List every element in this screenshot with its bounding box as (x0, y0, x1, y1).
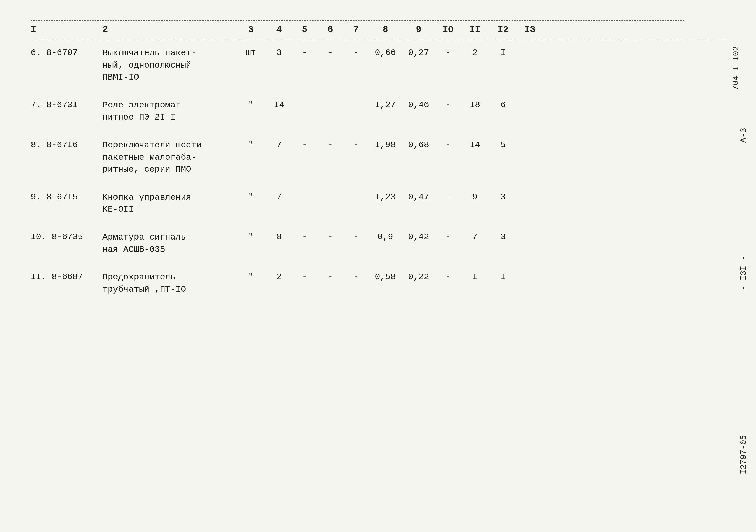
side-label-2: А-3 (739, 128, 748, 143)
row-6-col6: - (317, 47, 343, 59)
row-7-col4: I4 (266, 99, 292, 111)
row-11-col9: 0,22 (402, 271, 435, 283)
row-11-col6: - (317, 271, 343, 283)
row-7-col3: " (235, 99, 266, 111)
col-header-6: 6 (317, 25, 343, 35)
row-10-col11: 7 (461, 231, 489, 243)
table-body: 6. 8-6707 Выключатель пакет- ный, однопо… (31, 40, 725, 304)
row-10-col6: - (317, 231, 343, 243)
row-8-col5: - (292, 139, 317, 151)
row-10-col12: 3 (489, 231, 517, 243)
row-6-col3: шт (235, 47, 266, 59)
row-11-col12: I (489, 271, 517, 283)
table-row: 7. 8-673I Реле электромаг- нитное ПЭ-2I-… (31, 92, 705, 132)
column-header-row: I 2 3 4 5 6 7 8 9 IO II I2 I3 (31, 22, 725, 40)
row-8-name: Переключатели шести- пакетные малогаба- … (102, 139, 235, 176)
col-header-7: 7 (343, 25, 369, 35)
row-8-num-code: 8. 8-67I6 (31, 139, 102, 151)
side-label-1: 704-I-I02 (731, 46, 741, 90)
row-11-col11: I (461, 271, 489, 283)
top-dashed-line (31, 20, 684, 21)
row-7-col12: 6 (489, 99, 517, 111)
row-11-name: Предохранитель трубчатый ,ПТ-IO (102, 271, 235, 296)
row-6-col8: 0,66 (369, 47, 402, 59)
row-6-col12: I (489, 47, 517, 59)
row-8-col8: I,98 (369, 139, 402, 151)
row-11-num-code: II. 8-6687 (31, 271, 102, 283)
table-row: 9. 8-67I5 Кнопка управления КЕ-OII " 7 I… (31, 184, 705, 224)
page: I 2 3 4 5 6 7 8 9 IO II I2 I3 6. 8-6707 … (0, 0, 756, 532)
row-11-col4: 2 (266, 271, 292, 283)
row-8-col12: 5 (489, 139, 517, 151)
row-10-col4: 8 (266, 231, 292, 243)
col-header-5: 5 (292, 25, 317, 35)
row-8-col6: - (317, 139, 343, 151)
row-8-col9: 0,68 (402, 139, 435, 151)
row-9-col11: 9 (461, 191, 489, 203)
col-header-10: IO (435, 25, 461, 35)
row-11-col5: - (292, 271, 317, 283)
row-6-col10: - (435, 47, 461, 59)
col-header-8: 8 (369, 25, 402, 35)
row-9-col12: 3 (489, 191, 517, 203)
row-7-num-code: 7. 8-673I (31, 99, 102, 111)
col-header-2: 2 (102, 25, 235, 35)
row-10-col9: 0,42 (402, 231, 435, 243)
table-row: I0. 8-6735 Арматура сигналь- ная АСШВ-03… (31, 224, 705, 264)
row-6-col4: 3 (266, 47, 292, 59)
row-11-col7: - (343, 271, 369, 283)
row-6-col11: 2 (461, 47, 489, 59)
table-row: 8. 8-67I6 Переключатели шести- пакетные … (31, 132, 705, 184)
row-9-col9: 0,47 (402, 191, 435, 203)
row-10-name: Арматура сигналь- ная АСШВ-035 (102, 231, 235, 256)
col-header-11: II (461, 25, 489, 35)
row-7-col9: 0,46 (402, 99, 435, 111)
col-header-13: I3 (517, 25, 543, 35)
side-label-4: I2797-05 (739, 435, 748, 474)
row-10-col5: - (292, 231, 317, 243)
row-10-col3: " (235, 231, 266, 243)
col-header-4: 4 (266, 25, 292, 35)
col-header-3: 3 (235, 25, 266, 35)
row-6-name: Выключатель пакет- ный, однополюсный ПВМ… (102, 47, 235, 84)
row-6-col9: 0,27 (402, 47, 435, 59)
row-8-col10: - (435, 139, 461, 151)
row-7-name: Реле электромаг- нитное ПЭ-2I-I (102, 99, 235, 123)
col-header-12: I2 (489, 25, 517, 35)
row-7-col8: I,27 (369, 99, 402, 111)
row-11-col8: 0,58 (369, 271, 402, 283)
row-10-col10: - (435, 231, 461, 243)
row-10-col7: - (343, 231, 369, 243)
table-row: II. 8-6687 Предохранитель трубчатый ,ПТ-… (31, 264, 705, 304)
row-11-col3: " (235, 271, 266, 283)
col-header-9: 9 (402, 25, 435, 35)
row-9-col3: " (235, 191, 266, 203)
row-7-col10: - (435, 99, 461, 111)
side-label-3: - I3I - (739, 256, 748, 290)
row-11-col10: - (435, 271, 461, 283)
row-9-num-code: 9. 8-67I5 (31, 191, 102, 203)
row-6-num-code: 6. 8-6707 (31, 47, 102, 59)
row-10-num-code: I0. 8-6735 (31, 231, 102, 243)
row-9-col10: - (435, 191, 461, 203)
row-6-col7: - (343, 47, 369, 59)
row-9-name: Кнопка управления КЕ-OII (102, 191, 235, 216)
row-10-col8: 0,9 (369, 231, 402, 243)
row-9-col4: 7 (266, 191, 292, 203)
row-8-col4: 7 (266, 139, 292, 151)
row-9-col8: I,23 (369, 191, 402, 203)
row-8-col11: I4 (461, 139, 489, 151)
row-8-col3: " (235, 139, 266, 151)
row-6-col5: - (292, 47, 317, 59)
table-row: 6. 8-6707 Выключатель пакет- ный, однопо… (31, 40, 705, 92)
row-8-col7: - (343, 139, 369, 151)
col-header-1: I (31, 25, 102, 35)
row-7-col11: I8 (461, 99, 489, 111)
